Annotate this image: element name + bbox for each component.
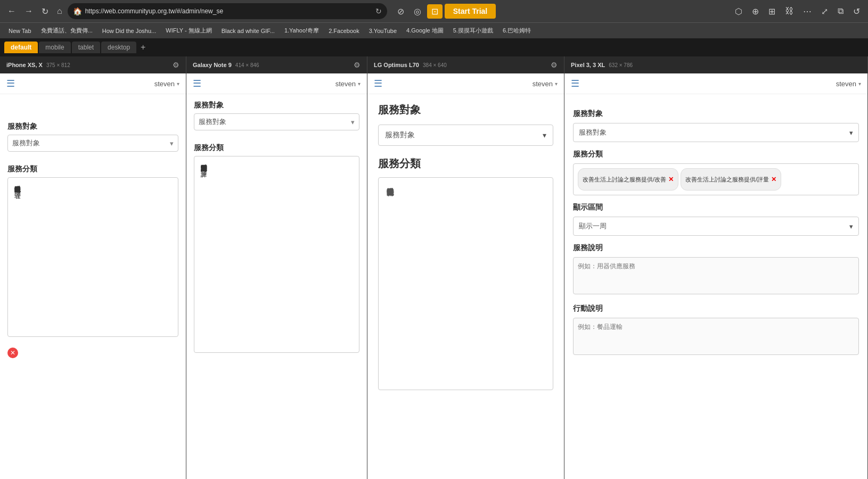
tab-desktop[interactable]: desktop	[101, 42, 136, 53]
screen-icon-btn[interactable]: ⊡	[427, 4, 443, 19]
lg-label-target: 服務對象	[378, 103, 553, 117]
pixel-user-chevron: ▾	[858, 81, 861, 87]
device-header-pixel: Pixel 3, 3 XL 632 × 786	[564, 56, 867, 73]
bookmark-game[interactable]: 5.摸摸耳小遊戲	[449, 26, 497, 36]
bookmarks-bar: New Tab 免費通話、免費傳... How Did the Joshu...…	[0, 22, 868, 38]
device-content-pixel: ☰ steven ▾ 服務對象 服務對象 ▾ 服務分類	[564, 73, 867, 479]
device-frame-lg: ☰ steven ▾ 服務對象 服務對象 ▾ 服務分類	[367, 73, 564, 479]
tab-default[interactable]: default	[4, 42, 38, 53]
device-settings-iphone[interactable]: ⚙	[173, 61, 179, 69]
dots-icon-btn[interactable]: ⋯	[799, 4, 815, 19]
tab-add-button[interactable]: +	[137, 42, 149, 53]
device-name-lg: LG Optimus L70	[374, 62, 419, 68]
lg-username: steven	[533, 80, 553, 88]
camera-icon-btn[interactable]: ◎	[410, 4, 425, 19]
lg-menu-icon[interactable]: ☰	[374, 78, 382, 89]
pixel-tags-container: 改善生活上討論之服務提供/改善 ✕ 改善生活上討論之服務提供/評量 ✕	[573, 163, 859, 195]
device-size-pixel: 632 × 786	[609, 62, 633, 68]
device-settings-galaxy[interactable]: ⚙	[354, 61, 361, 69]
pixel-username: steven	[836, 80, 856, 88]
device-size-galaxy: 414 × 846	[235, 62, 259, 68]
iphone-list-text: 改善生活上提報改或搬遷物體之服務提供／管理	[11, 181, 23, 187]
bookmark-new-tab[interactable]: New Tab	[4, 27, 36, 35]
iphone-form-service-target: 服務對象 服務對象 ▾	[0, 115, 186, 158]
start-trial-button[interactable]: Start Trial	[445, 4, 496, 19]
pixel-menu-icon[interactable]: ☰	[571, 78, 579, 89]
pixel-tag-1: 改善生活上討論之服務提供/改善 ✕	[578, 168, 678, 191]
iphone-label-target: 服務對象	[7, 122, 178, 131]
grid-icon-btn[interactable]: ⊞	[765, 4, 779, 19]
device-size-lg: 384 × 640	[423, 62, 447, 68]
lg-list-box[interactable]: 改善生活上改變基本體位之服務提供	[378, 177, 553, 390]
galaxy-form-service-type: 服務分類 制定互索辦理問題的規劃計畫之服務提供／評量	[186, 137, 367, 359]
bookmark-youtube[interactable]: 3.YouTube	[365, 27, 401, 35]
bookmark-free-call[interactable]: 免費通話、免費傳...	[37, 26, 97, 36]
pixel-topbar: ☰ steven ▾	[564, 73, 867, 94]
cursor-icon-btn[interactable]: ⊘	[394, 4, 408, 19]
iphone-form-service-type: 服務分類 改善生活上提報改或搬遷物體之服務提供／管理	[0, 158, 186, 343]
galaxy-select-target[interactable]: 服務對象 ▾	[194, 113, 359, 130]
bookmark-joshua[interactable]: How Did the Joshu...	[98, 27, 161, 35]
iphone-list-box[interactable]: 改善生活上提報改或搬遷物體之服務提供／管理	[7, 177, 178, 337]
galaxy-user-chevron: ▾	[358, 81, 361, 87]
pixel-select-range[interactable]: 顯示一周 ▾	[573, 217, 859, 236]
device-settings-lg[interactable]: ⚙	[551, 61, 558, 69]
pixel-select-target[interactable]: 服務對象 ▾	[573, 123, 859, 142]
galaxy-list-box[interactable]: 制定互索辦理問題的規劃計畫之服務提供／評量	[194, 156, 359, 353]
refresh-button[interactable]: ↻	[375, 7, 382, 15]
bookmark-bahamut[interactable]: 6.巴哈姆特	[498, 26, 535, 36]
pixel-tag-1-text: 改善生活上討論之服務提供/改善	[583, 176, 666, 184]
device-col-galaxy: Galaxy Note 9 414 × 846 ⚙ ☰ steven ▾ 服務	[186, 56, 367, 479]
iphone-topbar: ☰ steven ▾	[0, 73, 186, 94]
galaxy-menu-icon[interactable]: ☰	[193, 78, 201, 89]
device-content-galaxy: ☰ steven ▾ 服務對象 服務對象 ▾ 服	[186, 73, 367, 479]
lg-select-target[interactable]: 服務對象 ▾	[378, 125, 553, 146]
device-info-galaxy: Galaxy Note 9 414 × 846	[193, 62, 259, 68]
site-icon: 🏠	[73, 7, 82, 15]
galaxy-label-type: 服務分類	[194, 143, 359, 153]
bookmark-google-maps[interactable]: 4.Google 地圖	[402, 26, 448, 36]
device-header-iphone: iPhone XS, X 375 × 812 ⚙	[0, 56, 186, 73]
iphone-select-target[interactable]: 服務對象 ▾	[7, 135, 178, 152]
pixel-textarea-action-desc[interactable]	[573, 318, 859, 355]
iphone-delete-area: ✕	[0, 343, 186, 362]
iphone-delete-btn[interactable]: ✕	[7, 348, 18, 358]
tabs-bar: default mobile tablet desktop +	[0, 38, 868, 56]
iphone-menu-icon[interactable]: ☰	[6, 78, 15, 89]
address-input[interactable]	[85, 7, 372, 15]
bookmark-wifly[interactable]: WIFLY - 無線上網	[161, 26, 216, 36]
pixel-textarea-service-desc[interactable]	[573, 257, 859, 294]
pixel-select-target-chevron: ▾	[849, 129, 853, 137]
galaxy-select-target-chevron: ▾	[351, 118, 355, 126]
pixel-select-range-chevron: ▾	[849, 222, 853, 230]
device-name-pixel: Pixel 3, 3 XL	[571, 62, 605, 68]
pixel-select-range-text: 顯示一周	[579, 221, 607, 231]
pixel-tag-2-text: 改善生活上討論之服務提供/評量	[685, 176, 769, 184]
pixel-tag-1-remove[interactable]: ✕	[668, 176, 674, 183]
undo-icon-btn[interactable]: ↺	[849, 4, 864, 19]
bookmark-facebook[interactable]: 2.Facebook	[324, 27, 363, 35]
pixel-tag-2-remove[interactable]: ✕	[771, 176, 776, 183]
reload-button[interactable]: ↻	[38, 4, 52, 19]
home-button[interactable]: ⌂	[54, 4, 65, 18]
device-size-iphone: 375 × 812	[46, 62, 70, 68]
chain-icon-btn[interactable]: ⛓	[781, 4, 797, 18]
forward-button[interactable]: →	[21, 4, 36, 18]
link-icon-btn[interactable]: ⊕	[748, 4, 763, 19]
split-icon-btn[interactable]: ⧉	[834, 4, 847, 18]
address-bar-container: 🏠 ↻	[68, 3, 387, 19]
cube-icon-btn[interactable]: ⬡	[731, 4, 746, 19]
device-header-lg: LG Optimus L70 384 × 640 ⚙	[367, 56, 564, 73]
iphone-user-chevron: ▾	[177, 81, 179, 87]
bookmark-yahoo[interactable]: 1.Yahoo!奇摩	[280, 26, 323, 36]
tab-mobile[interactable]: mobile	[39, 42, 70, 53]
pixel-user: steven ▾	[836, 80, 861, 88]
iphone-select-target-chevron: ▾	[170, 139, 174, 147]
device-content-lg: ☰ steven ▾ 服務對象 服務對象 ▾ 服務分類	[367, 73, 564, 479]
back-button[interactable]: ←	[4, 4, 19, 18]
expand-icon-btn[interactable]: ⤢	[817, 4, 832, 19]
tab-tablet[interactable]: tablet	[72, 42, 100, 53]
bookmark-black-gif[interactable]: Black ad white GIF...	[217, 27, 279, 35]
galaxy-list-text: 制定互索辦理問題的規劃計畫之服務提供／評量	[198, 160, 209, 166]
device-header-galaxy: Galaxy Note 9 414 × 846 ⚙	[186, 56, 367, 73]
